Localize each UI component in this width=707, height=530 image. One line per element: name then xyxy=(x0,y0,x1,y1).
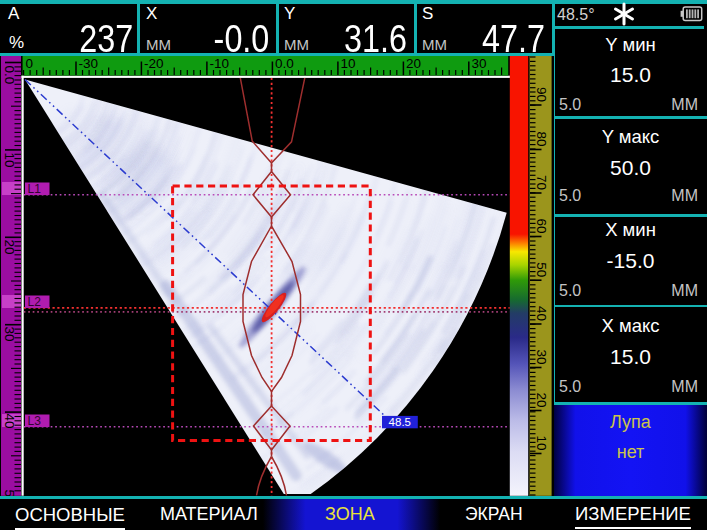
svg-text:-10: -10 xyxy=(210,56,230,71)
svg-text:-20: -20 xyxy=(144,56,164,71)
svg-text:60: 60 xyxy=(534,219,549,234)
svg-text:0.0: 0.0 xyxy=(275,56,294,71)
svg-text:10: 10 xyxy=(534,436,549,451)
svg-text:10: 10 xyxy=(2,153,17,168)
svg-text:30: 30 xyxy=(2,327,17,342)
svg-text:30: 30 xyxy=(534,350,549,365)
svg-text:50: 50 xyxy=(534,262,549,277)
svg-text:48.5: 48.5 xyxy=(389,416,411,428)
svg-text:-30: -30 xyxy=(79,56,99,71)
svg-text:70: 70 xyxy=(534,175,549,190)
svg-text:40: 40 xyxy=(2,414,17,429)
svg-text:L1: L1 xyxy=(28,182,42,196)
svg-text:L2: L2 xyxy=(28,295,42,309)
svg-text:40: 40 xyxy=(534,306,549,321)
svg-text:30: 30 xyxy=(471,56,486,71)
svg-text:20: 20 xyxy=(406,56,421,71)
svg-text:20: 20 xyxy=(2,240,17,255)
svg-text:80: 80 xyxy=(534,132,549,147)
svg-text:0: 0 xyxy=(26,56,34,71)
svg-text:L3: L3 xyxy=(28,414,42,428)
svg-text:10: 10 xyxy=(341,56,356,71)
svg-text:0.0: 0.0 xyxy=(2,66,17,85)
svg-text:90: 90 xyxy=(534,87,549,102)
svg-text:20: 20 xyxy=(534,393,549,408)
